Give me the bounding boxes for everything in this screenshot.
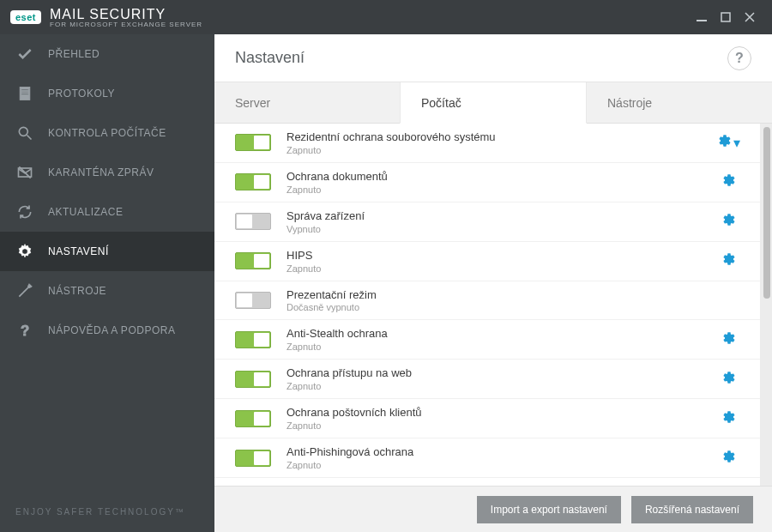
tab-label: Nástroje	[607, 96, 652, 110]
row-settings-button[interactable]	[719, 213, 739, 230]
check-icon	[15, 45, 34, 63]
gear-icon	[722, 213, 736, 230]
row-settings-button[interactable]	[719, 371, 739, 388]
toggle-switch[interactable]	[235, 292, 271, 309]
tab-pocitac[interactable]: Počítač	[400, 82, 587, 124]
toggle-switch[interactable]	[235, 213, 271, 230]
gear-icon	[722, 331, 736, 348]
import-export-button[interactable]: Import a export nastavení	[477, 496, 621, 523]
tab-label: Server	[235, 96, 270, 110]
row-status: Zapnuto	[286, 342, 719, 352]
row-settings-button[interactable]	[719, 252, 739, 269]
row-title: Rezidentní ochrana souborového systému	[286, 130, 719, 145]
content-wrap: Rezidentní ochrana souborového systémuZa…	[214, 124, 772, 486]
svg-rect-0	[697, 20, 707, 21]
row-title: HIPS	[286, 249, 719, 263]
button-label: Import a export nastavení	[491, 504, 607, 516]
settings-row: Ochrana dokumentůZapnuto	[214, 163, 760, 203]
gear-icon	[722, 410, 736, 427]
close-button[interactable]	[738, 5, 762, 29]
toggle-switch[interactable]	[235, 371, 271, 388]
sidebar-item-label: NASTAVENÍ	[48, 245, 109, 257]
row-title: Správa zařízení	[286, 209, 719, 224]
settings-row: Rezidentní ochrana souborového systémuZa…	[214, 124, 760, 163]
row-settings-button[interactable]	[719, 450, 739, 467]
sidebar-item-napoveda[interactable]: ? NÁPOVĚDA A PODPORA	[0, 311, 214, 350]
toggle-switch[interactable]	[235, 252, 271, 269]
scrollbar-thumb[interactable]	[763, 127, 770, 299]
toggle-switch[interactable]	[235, 450, 271, 467]
row-status: Dočasně vypnuto	[286, 302, 739, 312]
row-status: Zapnuto	[286, 420, 719, 431]
main-header: Nastavení ?	[214, 34, 772, 82]
row-status: Zapnuto	[286, 145, 719, 155]
row-settings-button[interactable]	[719, 173, 739, 190]
toggle-switch[interactable]	[235, 410, 271, 427]
tab-nastroje[interactable]: Nástroje	[587, 82, 772, 124]
row-title: Ochrana poštovních klientů	[286, 406, 719, 420]
toggle-switch[interactable]	[235, 173, 271, 190]
settings-row: Ochrana poštovních klientůZapnuto	[214, 399, 760, 438]
help-button[interactable]: ?	[727, 46, 751, 70]
svg-rect-5	[21, 94, 28, 94]
sidebar-item-karantena[interactable]: KARANTÉNA ZPRÁV	[0, 153, 214, 192]
brand-title: MAIL SECURITY	[50, 7, 166, 21]
advanced-settings-button[interactable]: Rozšířená nastavení	[631, 496, 753, 523]
row-settings-button[interactable]	[719, 410, 739, 427]
close-icon	[745, 12, 755, 22]
row-status: Zapnuto	[286, 184, 719, 195]
mail-blocked-icon	[15, 163, 34, 182]
row-title: Ochrana přístupu na web	[286, 366, 719, 381]
settings-row: Prezentační režimDočasně vypnuto	[214, 281, 760, 321]
sidebar-item-label: AKTUALIZACE	[48, 206, 124, 218]
minimize-icon	[697, 12, 707, 22]
footer: Import a export nastavení Rozšířená nast…	[214, 486, 772, 532]
row-title: Anti-Phishingová ochrana	[286, 445, 719, 460]
main: Nastavení ? Server Počítač Nástroje Rezi…	[214, 34, 772, 532]
gear-icon	[722, 450, 736, 467]
maximize-button[interactable]	[714, 5, 738, 29]
toggle-switch[interactable]	[235, 134, 271, 151]
svg-rect-1	[721, 13, 730, 21]
settings-row: Ochrana přístupu na webZapnuto	[214, 360, 760, 399]
row-settings-button[interactable]: ▾	[719, 134, 739, 151]
sidebar-item-nastroje[interactable]: NÁSTROJE	[0, 271, 214, 311]
sidebar-item-nastaveni[interactable]: NASTAVENÍ	[0, 232, 214, 271]
row-text: Anti-Phishingová ochranaZapnuto	[286, 445, 719, 470]
sidebar-item-protokoly[interactable]: PROTOKOLY	[0, 74, 214, 113]
sidebar-item-label: NÁPOVĚDA A PODPORA	[48, 324, 175, 336]
row-text: Správa zařízeníVypnuto	[286, 209, 719, 234]
svg-point-6	[19, 127, 27, 136]
sidebar-item-label: NÁSTROJE	[48, 285, 106, 297]
toggle-switch[interactable]	[235, 331, 271, 348]
svg-text:?: ?	[21, 323, 30, 339]
row-status: Zapnuto	[286, 460, 719, 470]
button-label: Rozšířená nastavení	[645, 504, 739, 516]
sidebar-item-label: PŘEHLED	[48, 48, 100, 60]
gear-icon	[722, 173, 736, 190]
brand-text: MAIL SECURITY FOR MICROSOFT EXCHANGE SER…	[50, 7, 202, 28]
scrollbar[interactable]	[760, 124, 772, 486]
row-settings-button[interactable]	[719, 331, 739, 348]
document-icon	[15, 84, 34, 103]
row-status: Zapnuto	[286, 381, 719, 391]
sidebar-item-label: KARANTÉNA ZPRÁV	[48, 166, 154, 178]
app-window: eset MAIL SECURITY FOR MICROSOFT EXCHANG…	[0, 0, 772, 532]
search-icon	[15, 124, 34, 142]
refresh-icon	[15, 203, 34, 221]
sidebar-item-aktualizace[interactable]: AKTUALIZACE	[0, 192, 214, 232]
sidebar-item-kontrola[interactable]: KONTROLA POČÍTAČE	[0, 113, 214, 153]
svg-rect-4	[21, 92, 28, 93]
brand-subtitle: FOR MICROSOFT EXCHANGE SERVER	[50, 21, 202, 28]
sidebar-item-prehled[interactable]: PŘEHLED	[0, 34, 214, 74]
chevron-down-icon: ▾	[733, 135, 740, 151]
titlebar: eset MAIL SECURITY FOR MICROSOFT EXCHANG…	[0, 0, 772, 34]
sidebar-item-label: KONTROLA POČÍTAČE	[48, 127, 166, 139]
settings-row: Anti-Stealth ochranaZapnuto	[214, 320, 760, 360]
minimize-button[interactable]	[690, 5, 714, 29]
sidebar-item-label: PROTOKOLY	[48, 88, 115, 100]
settings-list: Rezidentní ochrana souborového systémuZa…	[214, 124, 760, 486]
tab-server[interactable]: Server	[214, 82, 400, 124]
tools-icon	[15, 281, 34, 300]
gear-icon	[722, 371, 736, 388]
